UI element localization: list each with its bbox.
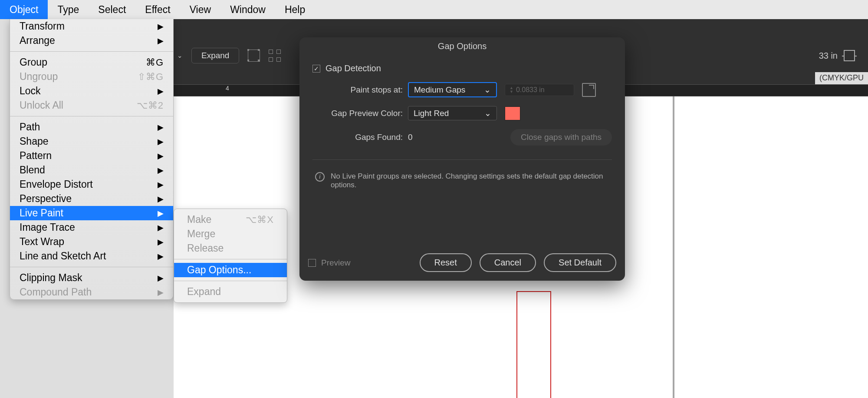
custom-gap-size-stepper: ▲▼ 0.0833 in	[505, 84, 574, 96]
submenu-arrow-icon: ▶	[158, 223, 164, 232]
submenu-arrow-icon: ▶	[158, 237, 164, 247]
isolate-group-icon[interactable]	[269, 50, 281, 62]
align-icon[interactable]	[844, 50, 855, 61]
menu-item-perspective[interactable]: Perspective▶	[10, 192, 173, 206]
reset-button[interactable]: Reset	[420, 253, 472, 272]
menu-separator	[10, 51, 173, 52]
menu-item-transform[interactable]: Transform▶	[10, 19, 173, 33]
cancel-button[interactable]: Cancel	[480, 253, 536, 272]
submenu-arrow-icon: ▶	[158, 209, 164, 218]
info-icon: i	[315, 172, 325, 182]
submenu-item-expand: Expand	[174, 285, 287, 299]
menubar-item-view[interactable]: View	[180, 0, 220, 19]
submenu-arrow-icon: ▶	[158, 288, 164, 297]
menubar-item-object[interactable]: Object	[0, 0, 48, 19]
submenu-item-gap-options[interactable]: Gap Options...	[174, 263, 287, 277]
submenu-arrow-icon: ▶	[158, 252, 164, 261]
menu-item-shape[interactable]: Shape▶	[10, 134, 173, 149]
submenu-arrow-icon: ▶	[158, 151, 164, 161]
menu-item-clipping-mask[interactable]: Clipping Mask▶	[10, 271, 173, 285]
dropdown-chevron-icon[interactable]: ⌄	[177, 52, 183, 60]
menu-item-pattern[interactable]: Pattern▶	[10, 149, 173, 163]
menu-separator	[174, 259, 287, 259]
submenu-item-merge: Merge	[174, 227, 287, 241]
dialog-info: i No Live Paint groups are selected. Cha…	[312, 172, 612, 189]
menu-item-arrange[interactable]: Arrange▶	[10, 33, 173, 48]
submenu-arrow-icon: ▶	[158, 273, 164, 283]
preview-checkbox[interactable]	[308, 259, 316, 267]
chevron-down-icon: ⌄	[484, 85, 491, 95]
menu-separator	[10, 267, 173, 267]
dialog-title: Gap Options	[299, 37, 625, 55]
submenu-arrow-icon: ▶	[158, 36, 164, 46]
menu-item-path[interactable]: Path▶	[10, 120, 173, 134]
gap-options-dialog: Gap Options Gap Detection Paint stops at…	[299, 37, 625, 281]
object-menu: Transform▶Arrange▶Group⌘GUngroup⇧⌘GLock▶…	[10, 19, 174, 300]
submenu-arrow-icon: ▶	[158, 180, 164, 189]
measurement-readout: 33 in	[819, 51, 838, 61]
gaps-found-label: Gaps Found:	[312, 133, 408, 142]
expand-button[interactable]: Expand	[191, 48, 239, 63]
menu-item-line-and-sketch-art[interactable]: Line and Sketch Art▶	[10, 249, 173, 263]
paint-stops-dropdown[interactable]: Medium Gaps⌄	[408, 82, 497, 97]
gap-detection-label: Gap Detection	[326, 63, 381, 73]
stepper-arrows-icon: ▲▼	[510, 86, 513, 94]
submenu-arrow-icon: ▶	[158, 22, 164, 31]
live-paint-submenu: Make⌥⌘XMergeReleaseGap Options...Expand	[174, 209, 287, 303]
paint-stops-label: Paint stops at:	[312, 85, 408, 95]
menubar-item-window[interactable]: Window	[220, 0, 275, 19]
gap-preview-color-dropdown[interactable]: Light Red⌄	[408, 106, 497, 120]
menu-item-image-trace[interactable]: Image Trace▶	[10, 220, 173, 235]
menu-item-compound-path: Compound Path▶	[10, 285, 173, 299]
menubar: ObjectTypeSelectEffectViewWindowHelp	[0, 0, 868, 19]
ruler-tick: 4	[226, 85, 229, 92]
gap-preview-color-label: Gap Preview Color:	[312, 109, 408, 118]
menubar-item-select[interactable]: Select	[89, 0, 135, 19]
submenu-arrow-icon: ▶	[158, 123, 164, 132]
submenu-arrow-icon: ▶	[158, 86, 164, 96]
gap-preview-icon-button[interactable]	[582, 83, 596, 97]
close-gaps-button: Close gaps with paths	[510, 129, 612, 146]
submenu-arrow-icon: ▶	[158, 194, 164, 204]
gaps-found-value: 0	[408, 133, 413, 142]
submenu-item-make: Make⌥⌘X	[174, 212, 287, 227]
menubar-item-type[interactable]: Type	[48, 0, 89, 19]
preview-label: Preview	[321, 258, 351, 268]
submenu-arrow-icon: ▶	[158, 137, 164, 146]
menu-item-group[interactable]: Group⌘G	[10, 55, 173, 70]
set-default-button[interactable]: Set Default	[544, 253, 616, 272]
menu-item-envelope-distort[interactable]: Envelope Distort▶	[10, 177, 173, 192]
gap-detection-checkbox[interactable]	[312, 65, 320, 73]
menu-item-ungroup: Ungroup⇧⌘G	[10, 70, 173, 84]
gap-preview-color-swatch[interactable]	[505, 106, 520, 120]
menu-separator	[174, 281, 287, 281]
submenu-arrow-icon: ▶	[158, 166, 164, 175]
menu-separator	[10, 116, 173, 116]
menubar-item-help[interactable]: Help	[275, 0, 315, 19]
menu-item-unlock-all: Unlock All⌥⌘2	[10, 98, 173, 113]
bounding-box-icon[interactable]	[248, 50, 260, 62]
submenu-item-release: Release	[174, 241, 287, 255]
document-tab[interactable]: (CMYK/GPU	[815, 72, 868, 84]
options-bar-right: 33 in	[819, 45, 855, 66]
artboard-edge	[673, 96, 674, 398]
menu-item-lock[interactable]: Lock▶	[10, 84, 173, 98]
menu-item-text-wrap[interactable]: Text Wrap▶	[10, 235, 173, 249]
selected-object[interactable]	[516, 291, 551, 398]
chevron-down-icon: ⌄	[484, 108, 491, 118]
menu-item-live-paint[interactable]: Live Paint▶	[10, 206, 173, 220]
menubar-item-effect[interactable]: Effect	[135, 0, 180, 19]
menu-item-blend[interactable]: Blend▶	[10, 163, 173, 177]
